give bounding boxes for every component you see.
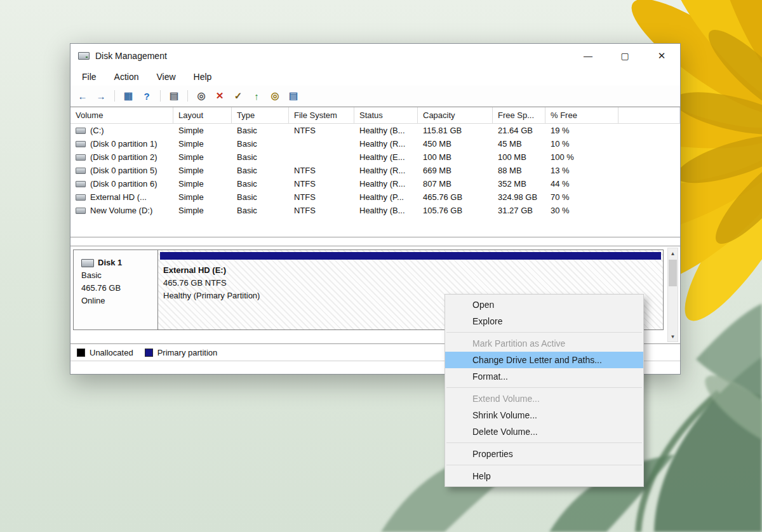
scroll-up-arrow-icon[interactable]: ▲ xyxy=(668,248,678,258)
menu-help[interactable]: Help xyxy=(191,70,215,83)
volume-row-external-hd[interactable]: External HD (...SimpleBasicNTFSHealthy (… xyxy=(70,190,680,204)
volume-name: (C:) xyxy=(90,126,104,135)
disk-status: Online xyxy=(81,295,157,307)
column-header-free[interactable]: % Free xyxy=(545,107,618,123)
window-title: Disk Management xyxy=(95,51,167,61)
context-menu-item-properties[interactable]: Properties xyxy=(445,446,643,462)
cell-fs: NTFS xyxy=(289,177,354,190)
column-header-status[interactable]: Status xyxy=(354,107,418,123)
context-menu: OpenExploreMark Partition as ActiveChang… xyxy=(444,294,644,487)
column-header-file-system[interactable]: File System xyxy=(289,107,354,123)
cell-fs xyxy=(289,150,354,164)
console-window-icon[interactable]: ▦ xyxy=(121,89,135,103)
cell-capacity: 450 MB xyxy=(418,137,493,150)
cell-capacity: 807 MB xyxy=(418,177,493,190)
cell-free: 352 MB xyxy=(493,177,545,190)
scrollbar-thumb[interactable] xyxy=(669,260,677,286)
menu-file[interactable]: File xyxy=(79,70,99,83)
volume-row-disk-0-partition-2[interactable]: (Disk 0 partition 2)SimpleBasicHealthy (… xyxy=(70,150,680,164)
cell-pct: 10 % xyxy=(545,137,618,150)
vertical-scrollbar[interactable]: ▲ ▼ xyxy=(667,248,678,342)
toolbar-separator xyxy=(160,90,161,102)
partition-color-bar xyxy=(160,252,661,260)
close-button[interactable]: ✕ xyxy=(643,44,680,68)
volume-name: (Disk 0 partition 6) xyxy=(90,179,157,189)
cell-pct: 30 % xyxy=(545,204,618,217)
cell-pct: 100 % xyxy=(545,150,618,164)
cell-status: Healthy (R... xyxy=(354,137,418,150)
cell-filler xyxy=(618,204,680,217)
column-header-capacity[interactable]: Capacity xyxy=(418,107,493,123)
context-menu-item-explore[interactable]: Explore xyxy=(445,313,643,329)
cell-capacity: 669 MB xyxy=(418,164,493,177)
zoom-icon[interactable]: ◎ xyxy=(194,89,208,103)
menu-separator xyxy=(446,465,642,465)
menu-separator xyxy=(446,332,642,333)
cell-fs: NTFS xyxy=(289,164,354,177)
drive-icon xyxy=(76,168,86,174)
delete-icon[interactable]: ✕ xyxy=(213,89,227,103)
details-view-icon[interactable]: ▤ xyxy=(167,89,181,103)
menu-action[interactable]: Action xyxy=(112,70,142,83)
legend-swatch xyxy=(77,349,85,357)
volume-name: (Disk 0 partition 5) xyxy=(90,166,157,175)
cell-filler xyxy=(618,190,680,204)
cell-status: Healthy (P... xyxy=(354,190,418,204)
column-header-type[interactable]: Type xyxy=(232,107,289,123)
cell-fs: NTFS xyxy=(289,124,354,137)
volume-row-new-volume-d[interactable]: New Volume (D:)SimpleBasicNTFSHealthy (B… xyxy=(70,204,680,217)
volume-row-c[interactable]: (C:)SimpleBasicNTFSHealthy (B...115.81 G… xyxy=(70,124,680,137)
upload-folder-icon[interactable]: ↑ xyxy=(250,89,264,103)
disk-info-box[interactable]: Disk 1 Basic 465.76 GB Online xyxy=(74,250,158,329)
context-menu-item-change-drive-letter-and-paths[interactable]: Change Drive Letter and Paths... xyxy=(445,352,643,368)
disk-name: Disk 1 xyxy=(98,256,122,269)
context-menu-item-help[interactable]: Help xyxy=(445,468,643,484)
minimize-button[interactable]: — xyxy=(570,44,606,68)
forward-icon[interactable]: → xyxy=(94,89,108,103)
menu-bar: FileActionViewHelp xyxy=(70,68,680,86)
context-menu-item-delete-volume[interactable]: Delete Volume... xyxy=(445,423,643,440)
volume-row-disk-0-partition-1[interactable]: (Disk 0 partition 1)SimpleBasicHealthy (… xyxy=(70,137,680,150)
volume-row-disk-0-partition-5[interactable]: (Disk 0 partition 5)SimpleBasicNTFSHealt… xyxy=(70,164,680,177)
help-icon[interactable]: ? xyxy=(140,89,154,103)
column-header-filler xyxy=(618,107,680,123)
column-header-volume[interactable]: Volume xyxy=(70,107,173,123)
cell-type: Basic xyxy=(232,164,289,177)
maximize-button[interactable]: ▢ xyxy=(606,44,643,68)
back-icon[interactable]: ← xyxy=(76,89,90,103)
cell-type: Basic xyxy=(232,177,289,190)
window-controls: — ▢ ✕ xyxy=(570,44,680,68)
cell-status: Healthy (R... xyxy=(354,164,418,177)
cell-fs: NTFS xyxy=(289,190,354,204)
partition-detail: 465.76 GB NTFS xyxy=(163,277,663,289)
cell-layout: Simple xyxy=(173,164,232,177)
cell-layout: Simple xyxy=(173,150,232,164)
volume-row-disk-0-partition-6[interactable]: (Disk 0 partition 6)SimpleBasicNTFSHealt… xyxy=(70,177,680,190)
toolbar-separator xyxy=(187,90,188,102)
volume-table-body: (C:)SimpleBasicNTFSHealthy (B...115.81 G… xyxy=(70,124,680,217)
search-folder-icon[interactable]: ◎ xyxy=(268,89,282,103)
drive-icon xyxy=(76,128,86,134)
volume-name: (Disk 0 partition 2) xyxy=(90,152,157,162)
cell-free: 31.27 GB xyxy=(493,204,545,217)
menu-view[interactable]: View xyxy=(154,70,178,83)
cell-filler xyxy=(618,164,680,177)
cell-type: Basic xyxy=(232,150,289,164)
partition-label: External HD (E:) xyxy=(163,264,663,277)
check-disk-icon[interactable]: ✓ xyxy=(231,89,245,103)
pane-splitter[interactable] xyxy=(70,237,680,246)
drive-icon xyxy=(76,154,86,161)
scroll-down-arrow-icon[interactable]: ▼ xyxy=(668,331,678,342)
column-header-layout[interactable]: Layout xyxy=(173,107,232,123)
column-header-free-sp[interactable]: Free Sp... xyxy=(493,107,545,123)
context-menu-item-format[interactable]: Format... xyxy=(445,368,643,385)
toolbar: ←→▦?▤◎✕✓↑◎▤ xyxy=(70,86,680,107)
context-menu-item-open[interactable]: Open xyxy=(445,296,643,313)
disk-management-app-icon xyxy=(78,52,90,60)
cell-free: 45 MB xyxy=(493,137,545,150)
disk-icon xyxy=(81,259,94,267)
cell-pct: 44 % xyxy=(545,177,618,190)
cell-pct: 13 % xyxy=(545,164,618,177)
context-menu-item-shrink-volume[interactable]: Shrink Volume... xyxy=(445,407,643,423)
properties-list-icon[interactable]: ▤ xyxy=(286,89,300,103)
